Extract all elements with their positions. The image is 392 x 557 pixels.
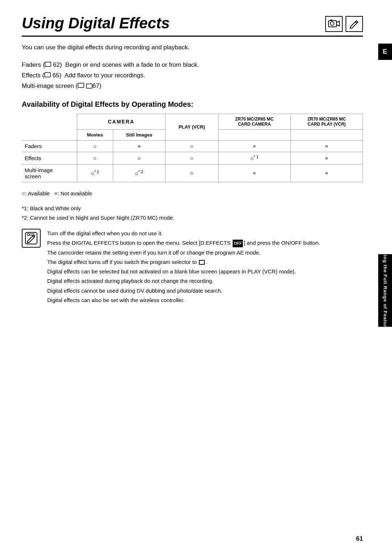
note-icon — [22, 229, 41, 248]
table-row-faders: Faders ○ × ○ × × — [22, 140, 363, 152]
footnote-1: *1: Black and White only — [22, 204, 363, 213]
effects-still: ○ — [113, 152, 165, 164]
faders-movies: ○ — [77, 140, 113, 152]
note-box: Turn off the digital effect when you do … — [22, 229, 363, 305]
zr70-card-play-subheader — [290, 129, 363, 140]
multiimage-label: Multi-imagescreen — [22, 164, 77, 182]
zr70-card-camera-subheader — [218, 129, 290, 140]
effects-card-camera: ○* 1 — [218, 152, 290, 164]
empty-subheader — [22, 129, 77, 140]
note-line-5: Digital effects can be selected but not … — [47, 267, 320, 276]
note-line-2: Press the DIGITAL EFFECTS button to open… — [47, 238, 320, 248]
svg-rect-4 — [45, 73, 50, 77]
table-row-multiimage: Multi-imagescreen ○* 2 ○* 2 ○ × × — [22, 164, 363, 182]
page-number: 61 — [356, 535, 363, 542]
section-heading: Availability of Digital Effects by Opera… — [22, 100, 363, 109]
note-line-3: The camcorder retains the setting even i… — [47, 248, 320, 257]
ref-item-effects: Effects ( 65) Add flavor to your recordi… — [22, 70, 363, 81]
page-title: Using Digital Effects — [22, 15, 363, 37]
reference-list: Faders ( 62) Begin or end scenes with a … — [22, 60, 363, 92]
note-line-6: Digital effects activated during playbac… — [47, 276, 320, 286]
note-line-8: Digital effects can also be set with the… — [47, 296, 320, 305]
zr70-card-play-header: ZR70 MC/ZR65 MCCARD PLAY (VCR) — [290, 114, 363, 129]
note-line-7: Digital effects cannot be used during DV… — [47, 286, 320, 296]
faders-card-play: × — [290, 140, 363, 152]
side-bar-label: Using the Full Range of Features — [383, 248, 388, 333]
intro-text: You can use the digital effects during r… — [22, 44, 363, 51]
footnote-2: *2: Cannot be used in Night and Super Ni… — [22, 213, 363, 223]
faders-still: × — [113, 140, 165, 152]
legend: ○: Available ×: Not available — [22, 189, 363, 198]
note-content: Turn off the digital effect when you do … — [47, 229, 320, 305]
zr70-card-camera-header: ZR70 MC/ZR65 MCCARD CAMERA — [218, 114, 290, 129]
empty-header — [22, 114, 77, 129]
faders-play: ○ — [166, 140, 219, 152]
footnotes: *1: Black and White only *2: Cannot be u… — [22, 204, 363, 222]
page-wrapper: E Using the Full Range of Features Using… — [0, 0, 392, 557]
table-row-effects: Effects ○ ○ ○ ○* 1 × — [22, 152, 363, 164]
multiimage-card-camera: × — [218, 164, 290, 182]
side-tab-e: E — [378, 44, 392, 60]
side-bar-text: Using the Full Range of Features — [378, 254, 392, 327]
faders-label: Faders — [22, 140, 77, 152]
camera-icon-box — [325, 16, 343, 32]
svg-point-1 — [330, 22, 334, 25]
effects-play: ○ — [166, 152, 219, 164]
movies-header: Movies — [77, 129, 113, 140]
still-images-header: Still Images — [113, 129, 165, 140]
play-vcr-header: PLAY (VCR) — [166, 114, 219, 140]
svg-point-8 — [27, 233, 29, 236]
multiimage-movies: ○* 2 — [77, 164, 113, 182]
side-tab-label: E — [383, 48, 387, 56]
effects-card-play: × — [290, 152, 363, 164]
svg-rect-6 — [86, 84, 92, 88]
table-header-row1: CAMERA PLAY (VCR) ZR70 MC/ZR65 MCCARD CA… — [22, 114, 363, 129]
note-line-1: Turn off the digital effect when you do … — [47, 229, 320, 238]
pen-icon-box — [346, 16, 363, 32]
multiimage-still: ○* 2 — [113, 164, 165, 182]
effects-movies: ○ — [77, 152, 113, 164]
note-line-4: The digital effect turns off if you swit… — [47, 257, 320, 267]
multiimage-card-play: × — [290, 164, 363, 182]
ref-item-faders: Faders ( 62) Begin or end scenes with a … — [22, 60, 363, 70]
svg-rect-5 — [78, 83, 84, 88]
multiimage-play: ○ — [166, 164, 219, 182]
svg-rect-3 — [45, 62, 51, 66]
faders-card-camera: × — [218, 140, 290, 152]
svg-rect-2 — [330, 20, 332, 21]
camera-header: CAMERA — [77, 114, 165, 129]
effects-label: Effects — [22, 152, 77, 164]
title-icons — [325, 16, 363, 32]
effects-table: CAMERA PLAY (VCR) ZR70 MC/ZR65 MCCARD CA… — [22, 114, 363, 182]
title-text: Using Digital Effects — [22, 15, 170, 32]
ref-item-multiimage: Multi-image screen ( 67) — [22, 81, 363, 92]
